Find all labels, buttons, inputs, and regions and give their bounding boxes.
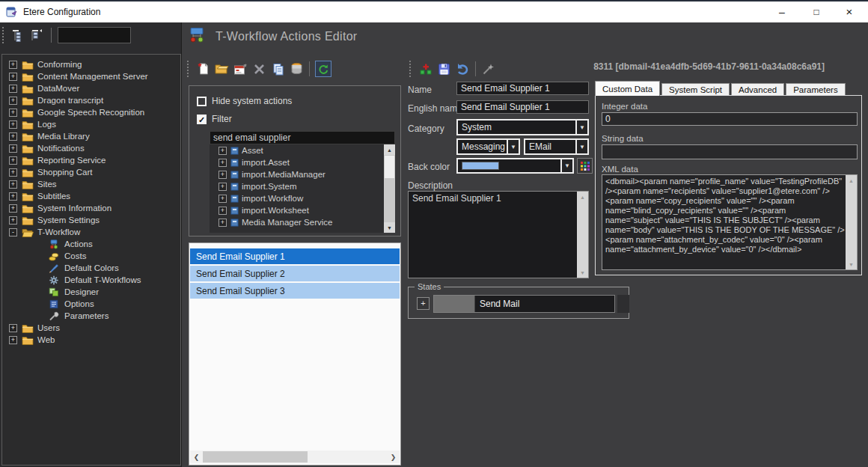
expand-icon[interactable]: +	[9, 336, 17, 344]
expand-icon[interactable]: +	[218, 159, 227, 167]
expand-icon[interactable]: +	[9, 61, 17, 69]
xml-data-textarea[interactable]: <dbmail><param name="profile_name" value…	[602, 174, 858, 270]
sidebar-item-conforming[interactable]: +Conforming	[2, 58, 180, 70]
expand-tree-icon[interactable]	[9, 27, 28, 43]
action-row-send-email-supplier-1[interactable]: Send Email Supplier 1	[190, 248, 400, 264]
scroll-down-icon[interactable]: ▼	[846, 259, 857, 269]
sidebar-item-reporting-service[interactable]: +Reporting Service	[2, 154, 180, 166]
tree-scrollbar[interactable]: ▲ ▼	[384, 144, 395, 233]
sidebar-item-logs[interactable]: +Logs	[2, 118, 180, 130]
expand-icon[interactable]: +	[9, 324, 17, 332]
scrollbar-thumb[interactable]	[385, 156, 394, 178]
color-picker-button[interactable]	[577, 158, 593, 174]
expand-icon[interactable]: +	[9, 120, 17, 129]
sidebar-item-web[interactable]: +Web	[2, 334, 180, 346]
tab-advanced[interactable]: Advanced	[731, 83, 784, 95]
expand-icon[interactable]: +	[9, 204, 17, 213]
open-icon[interactable]	[213, 60, 231, 78]
sidebar-item-sites[interactable]: +Sites	[2, 178, 180, 190]
sidebar-item-notifications[interactable]: +Notifications	[2, 142, 180, 154]
sidebar-item-t-workflow[interactable]: -T-Workflow	[2, 226, 180, 238]
type-select[interactable]: EMail ▼	[524, 138, 589, 155]
expand-icon[interactable]: +	[9, 97, 17, 105]
refresh-icon[interactable]	[315, 61, 331, 77]
save-icon[interactable]	[435, 60, 453, 78]
sidebar-item-designer[interactable]: Designer	[2, 286, 180, 298]
copy-icon[interactable]	[269, 60, 287, 78]
chevron-down-icon[interactable]: ▼	[575, 140, 587, 153]
action-type-import-worksheet[interactable]: +import.Worksheet	[210, 204, 395, 216]
action-type-import-asset[interactable]: +import.Asset	[210, 156, 395, 168]
scroll-right-icon[interactable]: ❯	[387, 451, 400, 463]
sidebar-item-system-information[interactable]: +System Information	[2, 202, 180, 214]
add-workflow-icon[interactable]	[416, 60, 435, 78]
scroll-up-icon[interactable]: ▲	[846, 175, 857, 186]
state-row[interactable]: Send Mail	[433, 295, 615, 313]
sidebar-search-input[interactable]	[58, 27, 131, 43]
expand-icon[interactable]: +	[9, 73, 17, 81]
expand-icon[interactable]: +	[218, 147, 227, 155]
chevron-down-icon[interactable]: ▼	[575, 120, 587, 134]
expand-icon[interactable]: +	[218, 207, 227, 215]
expand-icon[interactable]: +	[9, 132, 17, 141]
undo-icon[interactable]	[453, 60, 472, 78]
chevron-down-icon[interactable]: ▼	[507, 140, 519, 153]
xml-scrollbar[interactable]: ▲ ▼	[846, 175, 857, 269]
scroll-left-icon[interactable]: ❮	[190, 451, 203, 463]
collapse-icon[interactable]: -	[9, 228, 17, 236]
expand-icon[interactable]: +	[218, 219, 227, 227]
sidebar-item-shopping-cart[interactable]: +Shopping Cart	[2, 166, 180, 178]
sidebar-item-system-settings[interactable]: +System Settings	[2, 214, 180, 226]
sidebar-item-media-library[interactable]: +Media Library	[2, 130, 180, 142]
scroll-down-icon[interactable]: ▼	[577, 267, 588, 278]
minimize-button[interactable]: –	[765, 1, 799, 22]
toolbar-grip[interactable]	[187, 61, 191, 77]
expand-icon[interactable]: +	[218, 183, 227, 191]
sidebar-item-datamover[interactable]: +DataMover	[2, 82, 180, 94]
state-color-swatch[interactable]	[434, 296, 475, 312]
action-row-send-email-supplier-2[interactable]: Send Email Supplier 2	[190, 266, 400, 281]
expand-icon[interactable]: +	[9, 109, 17, 117]
expand-icon[interactable]: +	[9, 192, 17, 201]
action-type-import-workflow[interactable]: +import.Workflow	[210, 192, 395, 204]
sidebar-item-dragon-transcript[interactable]: +Dragon transcript	[2, 94, 180, 106]
sidebar-item-default-t-workflows[interactable]: Default T-Workflows	[2, 274, 180, 286]
tab-parameters[interactable]: Parameters	[786, 83, 845, 95]
sidebar-item-default-colors[interactable]: Default Colors	[2, 262, 180, 274]
hide-system-actions-checkbox[interactable]	[197, 97, 207, 106]
tab-custom-data[interactable]: Custom Data	[595, 81, 660, 96]
expand-icon[interactable]: +	[9, 156, 17, 165]
edit-form-icon[interactable]	[231, 60, 250, 78]
name-input[interactable]: Send Email Supplier 1	[456, 82, 589, 95]
back-color-select[interactable]: ▼	[456, 158, 574, 174]
database-icon[interactable]	[287, 60, 306, 78]
action-type-asset[interactable]: +Asset	[210, 144, 395, 156]
expand-icon[interactable]: +	[218, 171, 227, 179]
filter-checkbox[interactable]: ✓	[197, 115, 207, 124]
expand-icon[interactable]: +	[218, 195, 227, 203]
subcategory-select[interactable]: Messaging ▼	[456, 138, 520, 155]
integer-data-input[interactable]: 0	[602, 112, 858, 126]
expand-icon[interactable]: +	[9, 85, 17, 93]
toolbar-grip[interactable]	[2, 27, 6, 43]
sidebar-item-costs[interactable]: Costs	[2, 250, 180, 262]
close-button[interactable]: ×	[832, 1, 867, 22]
maximize-button[interactable]: □	[799, 1, 834, 22]
sidebar-item-subtitles[interactable]: +Subtitles	[2, 190, 180, 202]
expand-icon[interactable]: +	[9, 144, 17, 153]
scrollbar-thumb[interactable]	[203, 451, 308, 463]
sidebar-item-actions[interactable]: Actions	[2, 238, 180, 250]
expand-icon[interactable]: +	[9, 180, 17, 189]
scroll-up-icon[interactable]: ▲	[384, 144, 395, 155]
delete-icon[interactable]	[250, 60, 269, 78]
filter-text-input[interactable]: send email supplier	[210, 131, 395, 144]
tab-system-script[interactable]: System Script	[661, 83, 730, 95]
sidebar-item-content-management-server[interactable]: +Content Management Server	[2, 70, 180, 82]
category-select[interactable]: System ▼	[456, 119, 589, 135]
action-type-import-system[interactable]: +import.System	[210, 180, 395, 192]
description-textarea[interactable]: Send Email Supplier 1 ▲ ▼	[408, 191, 589, 278]
sidebar-item-options[interactable]: Options	[2, 298, 180, 310]
list-horizontal-scrollbar[interactable]: ❮ ❯	[190, 451, 400, 463]
action-row-send-email-supplier-3[interactable]: Send Email Supplier 3	[190, 283, 400, 299]
toolbar-grip[interactable]	[409, 61, 413, 77]
